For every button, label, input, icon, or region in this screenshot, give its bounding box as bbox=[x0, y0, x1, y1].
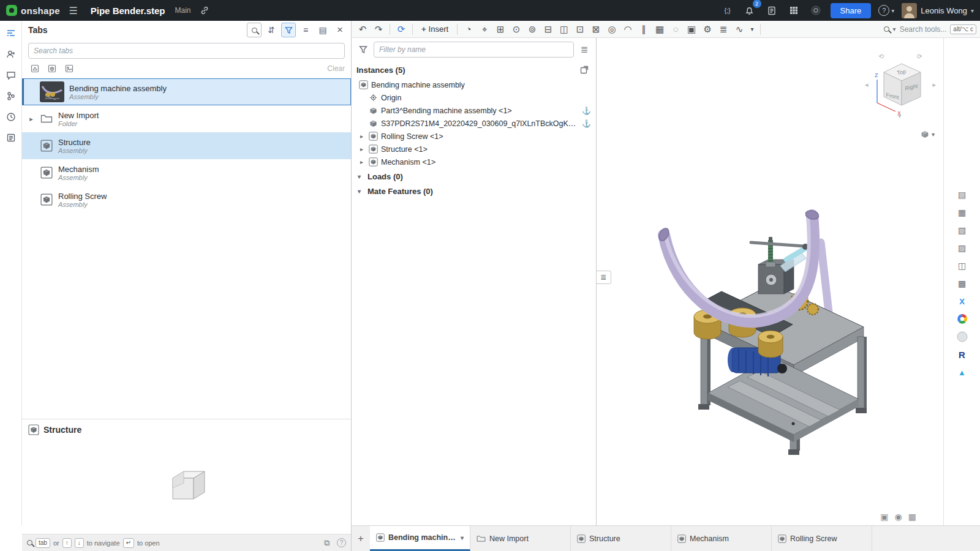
detail-view-icon[interactable]: ▤ bbox=[315, 23, 330, 37]
tabs-panel-toggle-icon[interactable] bbox=[3, 26, 19, 42]
learning-center-icon[interactable] bbox=[809, 3, 823, 18]
sectioning-panel-icon[interactable]: ◫ bbox=[955, 259, 970, 272]
app-sphere-icon[interactable] bbox=[956, 330, 969, 343]
instances-filter-input[interactable] bbox=[374, 42, 574, 58]
update-linked-icon[interactable]: ⟳ bbox=[394, 22, 409, 37]
tree-item-structure[interactable]: ▸ Structure <1> bbox=[352, 143, 596, 156]
tree-item-part3[interactable]: Part3^Bending machine assembly <1> ⚓ bbox=[352, 104, 596, 117]
rotate-left-arrow-icon[interactable]: ◂ bbox=[865, 81, 869, 89]
rotate-right-arrow-icon[interactable]: ▸ bbox=[932, 81, 936, 89]
tab-item-bending-machine-assembly[interactable]: ▸ Bending machine assembly Assembly bbox=[22, 78, 351, 105]
properties-icon[interactable] bbox=[3, 130, 19, 146]
named-views-panel-icon[interactable]: ▧ bbox=[955, 223, 970, 237]
tree-item-mechanism[interactable]: ▸ Mechanism <1> bbox=[352, 156, 596, 168]
history-icon[interactable] bbox=[3, 109, 19, 125]
appearance-panel-icon[interactable]: ▩ bbox=[955, 277, 970, 290]
help-menu[interactable]: ? ▾ bbox=[878, 5, 894, 16]
planar-mate-icon[interactable]: ◫ bbox=[557, 22, 571, 37]
invite-user-icon[interactable] bbox=[3, 47, 19, 62]
mate-icon[interactable]: ⌖ bbox=[477, 22, 492, 37]
mate-features-section[interactable]: ▾ Mate Features (0) bbox=[352, 184, 596, 198]
search-icon[interactable] bbox=[247, 23, 262, 37]
rotate-down-arrow-icon[interactable]: ▾ bbox=[898, 112, 902, 120]
open-preview-icon[interactable]: ⧉ bbox=[320, 537, 334, 549]
tree-item-s37pdr[interactable]: S37PDR2S71M4_20220429_030609_q7lXLnTBckO… bbox=[352, 117, 596, 130]
toolbar-overflow-caret-icon[interactable]: ▾ bbox=[748, 22, 756, 37]
insert-button[interactable]: + Insert bbox=[417, 22, 453, 37]
tree-root-assembly[interactable]: Bending machine assembly bbox=[352, 78, 596, 91]
app-x-icon[interactable]: X bbox=[956, 294, 969, 308]
filter-icon[interactable] bbox=[281, 23, 296, 37]
roll-ccw-icon[interactable]: ⟲ bbox=[878, 53, 884, 61]
doc-tab-caret-icon[interactable]: ▾ bbox=[461, 534, 464, 541]
rack-pinion-relation-icon[interactable]: ≣ bbox=[716, 22, 731, 37]
display-states-panel-icon[interactable]: ▨ bbox=[955, 241, 970, 255]
fixed-icon[interactable]: ⚓ bbox=[582, 119, 591, 128]
main-menu-icon[interactable]: ☰ bbox=[66, 3, 81, 18]
doc-tab-mechanism[interactable]: Mechanism bbox=[671, 526, 772, 551]
view-cube[interactable]: Top Front Right Z X ◂ ▸ ⟲ ⟳ ▾ bbox=[864, 49, 937, 129]
graphics-viewport[interactable]: ≣ Top Front Right Z X ◂ ▸ ⟲ ⟳ ▾ ▾ bbox=[597, 38, 943, 525]
snapshot-icon[interactable]: ◔ bbox=[461, 22, 476, 37]
configurations-panel-icon[interactable]: ▦ bbox=[955, 206, 970, 219]
notifications-bell-icon[interactable]: 2 bbox=[742, 3, 757, 18]
environment-icon[interactable]: ◉ bbox=[895, 512, 902, 522]
redo-icon[interactable]: ↷ bbox=[371, 22, 386, 37]
fixed-icon[interactable]: ⚓ bbox=[582, 107, 591, 115]
doc-tab-rolling-screw[interactable]: Rolling Screw bbox=[772, 526, 872, 551]
loads-section[interactable]: ▾ Loads (0) bbox=[352, 170, 596, 183]
onshape-logo[interactable]: onshape bbox=[6, 5, 60, 16]
tree-item-origin[interactable]: Origin bbox=[352, 91, 596, 104]
ball-mate-icon[interactable]: ◎ bbox=[605, 22, 619, 37]
release-notes-icon[interactable] bbox=[764, 3, 779, 18]
bom-panel-icon[interactable]: ▤ bbox=[955, 188, 970, 201]
view-options-menu[interactable]: ▾ bbox=[920, 130, 935, 138]
close-panel-icon[interactable]: × bbox=[333, 23, 347, 37]
add-instance-icon[interactable] bbox=[578, 64, 591, 76]
expand-icon[interactable]: ▸ bbox=[360, 146, 368, 152]
expand-icon[interactable]: ▸ bbox=[360, 159, 368, 165]
screw-relation-icon[interactable]: ∿ bbox=[732, 22, 747, 37]
replicate-icon[interactable]: ▣ bbox=[684, 22, 699, 37]
instances-list-options-icon[interactable]: ≣ bbox=[578, 43, 591, 56]
tangent-mate-icon[interactable]: ◠ bbox=[620, 22, 635, 37]
app-google-icon[interactable] bbox=[956, 312, 969, 326]
mate-connector-icon[interactable]: ⊙ bbox=[509, 22, 524, 37]
group-icon[interactable]: ⊞ bbox=[493, 22, 508, 37]
versions-icon[interactable] bbox=[3, 88, 19, 104]
slider-mate-icon[interactable]: ⊟ bbox=[541, 22, 556, 37]
expand-icon[interactable]: ▸ bbox=[360, 133, 368, 140]
tab-item-mechanism[interactable]: ▸ Mechanism Assembly bbox=[22, 159, 351, 186]
pin-slot-mate-icon[interactable]: ⊠ bbox=[589, 22, 603, 37]
tree-item-rolling-screw[interactable]: ▸ Rolling Screw <1> bbox=[352, 130, 596, 143]
linear-pattern-icon[interactable]: ▦ bbox=[652, 22, 667, 37]
app-triangle-icon[interactable]: ▲ bbox=[956, 365, 969, 379]
undo-icon[interactable]: ↶ bbox=[355, 22, 370, 37]
cylindrical-mate-icon[interactable]: ⊡ bbox=[573, 22, 587, 37]
revolute-mate-icon[interactable]: ⊚ bbox=[525, 22, 540, 37]
expand-folder-icon[interactable]: ▸ bbox=[28, 115, 35, 123]
sort-icon[interactable]: ⇵ bbox=[264, 23, 279, 37]
footer-help-icon[interactable]: ? bbox=[337, 538, 346, 547]
app-r-icon[interactable]: R bbox=[956, 348, 969, 361]
document-title[interactable]: Pipe Bender.step bbox=[91, 6, 165, 16]
instances-filter-icon[interactable] bbox=[356, 43, 370, 56]
tab-item-rolling-screw[interactable]: ▸ Rolling Screw Assembly bbox=[22, 186, 351, 213]
list-view-icon[interactable]: ≡ bbox=[298, 23, 313, 37]
parallel-relation-icon[interactable]: ∥ bbox=[636, 22, 651, 37]
app-store-grid-icon[interactable] bbox=[786, 3, 801, 18]
circular-pattern-icon[interactable]: ◌ bbox=[668, 22, 683, 37]
share-link-icon[interactable] bbox=[197, 3, 212, 18]
branch-label[interactable]: Main bbox=[175, 6, 191, 15]
filter-assembly-icon[interactable] bbox=[45, 62, 59, 75]
tab-item-new-import[interactable]: ▸ New Import Folder bbox=[22, 105, 351, 132]
comments-icon[interactable] bbox=[3, 67, 19, 83]
share-button[interactable]: Share bbox=[831, 3, 872, 18]
filter-partstudio-icon[interactable] bbox=[28, 62, 42, 75]
tab-item-structure[interactable]: ▸ Structure Assembly bbox=[22, 132, 351, 159]
add-tab-button[interactable]: + bbox=[352, 526, 370, 551]
doc-tab-new-import[interactable]: New Import bbox=[470, 526, 571, 551]
tabs-search-input[interactable] bbox=[28, 43, 345, 59]
user-menu[interactable]: Leonis Wong ▾ bbox=[902, 3, 974, 18]
sheets-icon[interactable]: ▣ bbox=[880, 512, 888, 522]
